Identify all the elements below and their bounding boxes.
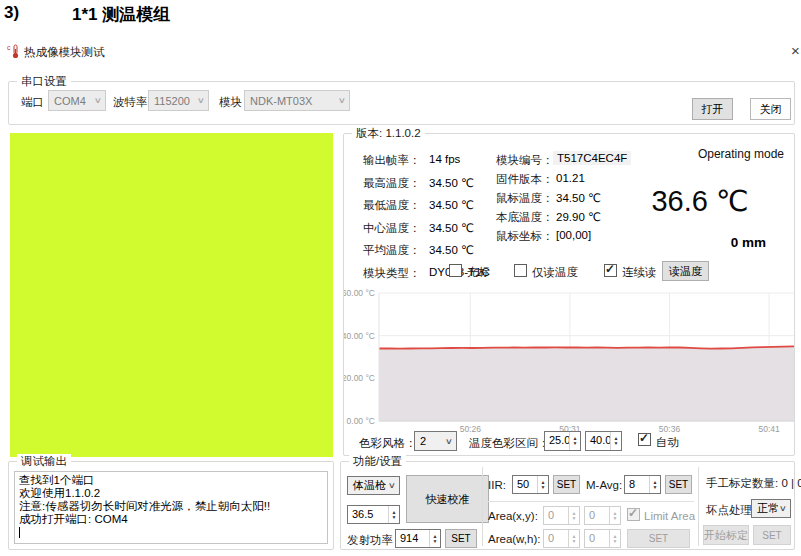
- debug-line: 查找到1个端口: [19, 474, 323, 487]
- calibration-set-button[interactable]: SET: [753, 525, 791, 545]
- area-h-stepper[interactable]: 0 ▲▼: [584, 529, 621, 548]
- color-style-label: 色彩风格：: [359, 436, 417, 451]
- fps-value: 14 fps: [429, 153, 460, 165]
- iir-stepper[interactable]: 50 ▲▼: [512, 475, 549, 494]
- calib-temp-stepper[interactable]: 36.5 ▲▼: [347, 505, 400, 524]
- mavg-set-button[interactable]: SET: [665, 475, 692, 494]
- cursor-checkbox-label: 光标: [467, 265, 490, 280]
- center-temp-label: 中心温度：: [363, 221, 421, 236]
- version-group-title: 版本: 1.1.0.2: [352, 126, 425, 141]
- mouse-temp-value: 34.50 ℃: [556, 191, 601, 205]
- iir-value: 50: [513, 476, 537, 493]
- serial-settings-group: 串口设置 端口 COM4 ∨ 波特率 115200 ∨ 模块 NDK-MT03X…: [8, 81, 795, 125]
- area-x-stepper[interactable]: 0 ▲▼: [543, 506, 580, 525]
- heading-text: 1*1 测温模组: [72, 3, 170, 26]
- open-port-button[interactable]: 打开: [692, 98, 733, 120]
- module-type-label: 模块类型：: [363, 266, 421, 281]
- bad-pixel-select-value: 正常: [757, 501, 779, 516]
- min-temp-label: 最低温度：: [363, 198, 421, 213]
- mode-select-value: 体温枪: [353, 478, 386, 493]
- spinner-arrows-icon: ▲▼: [568, 530, 579, 547]
- module-select[interactable]: NDK-MT03X ∨: [244, 90, 350, 111]
- bad-pixel-select[interactable]: 正常 ∨: [751, 499, 791, 518]
- continuous-read-checkbox[interactable]: [604, 264, 617, 277]
- spinner-arrows-icon[interactable]: ▲▼: [388, 506, 399, 523]
- svg-text:20.00 °C: 20.00 °C: [344, 373, 375, 383]
- port-select-value: COM4: [54, 95, 86, 107]
- app-window: 3) 1*1 测温模组 c 热成像模块测试 × 串口设置 端口 COM4 ∨ 波…: [0, 0, 801, 556]
- svg-text:50:41: 50:41: [758, 424, 780, 432]
- quick-calibrate-button[interactable]: 快速校准: [406, 475, 489, 523]
- debug-line: 注意:传感器切勿长时间对准光源，禁止朝向太阳!!: [19, 500, 323, 513]
- spinner-arrows-icon: ▲▼: [609, 530, 620, 547]
- module-label: 模块: [219, 95, 242, 110]
- svg-text:c: c: [7, 44, 11, 51]
- baud-select[interactable]: 115200 ∨: [148, 90, 209, 111]
- port-select[interactable]: COM4 ∨: [48, 90, 106, 111]
- auto-range-checkbox[interactable]: [638, 433, 651, 446]
- range-max-value: 40.0: [586, 432, 610, 450]
- emit-power-stepper[interactable]: 914 ▲▼: [395, 529, 441, 548]
- iir-set-button[interactable]: SET: [553, 475, 580, 494]
- serial-group-title: 串口设置: [17, 74, 71, 89]
- limit-area-checkbox[interactable]: [627, 508, 640, 521]
- range-min-stepper[interactable]: 25.0 ▲▼: [544, 431, 581, 451]
- spinner-arrows-icon[interactable]: ▲▼: [610, 432, 621, 450]
- read-only-checkbox[interactable]: [514, 264, 527, 277]
- chevron-down-icon: ∨: [779, 504, 787, 513]
- manual-calib-count-text: 手工标定数量: 0 | 0: [706, 476, 801, 491]
- cursor-checkbox[interactable]: [449, 264, 462, 277]
- center-temp-value: 34.50 ℃: [429, 221, 474, 235]
- range-max-stepper[interactable]: 40.0 ▲▼: [585, 431, 622, 451]
- svg-text:40.00 °C: 40.00 °C: [344, 331, 375, 341]
- emit-power-set-button[interactable]: SET: [445, 529, 477, 548]
- area-h-value: 0: [585, 530, 609, 547]
- mavg-stepper[interactable]: 8 ▲▼: [624, 475, 661, 494]
- svg-text:50:36: 50:36: [659, 424, 681, 432]
- start-calibration-button[interactable]: 开始标定: [703, 525, 749, 545]
- current-temp-readout: 36.6 ℃: [612, 184, 788, 218]
- baud-select-value: 115200: [154, 95, 190, 107]
- debug-group-title: 调试输出: [17, 454, 71, 469]
- thermal-image-view[interactable]: [10, 133, 333, 457]
- spinner-arrows-icon[interactable]: ▲▼: [429, 530, 440, 547]
- close-icon[interactable]: ×: [791, 42, 801, 59]
- mode-select[interactable]: 体温枪 ∨: [347, 476, 400, 495]
- auto-range-checkbox-label: 自动: [656, 435, 679, 450]
- fps-label: 输出帧率：: [363, 153, 421, 168]
- debug-line: 成功打开端口: COM4: [19, 513, 323, 526]
- range-min-value: 25.0: [545, 432, 569, 450]
- area-w-stepper[interactable]: 0 ▲▼: [543, 529, 580, 548]
- min-temp-value: 34.50 ℃: [429, 198, 474, 212]
- svg-text:0.00 °C: 0.00 °C: [347, 416, 375, 426]
- color-style-select[interactable]: 2 ∨: [414, 431, 457, 451]
- chevron-down-icon: ∨: [388, 481, 396, 490]
- spinner-arrows-icon[interactable]: ▲▼: [569, 432, 580, 450]
- spinner-arrows-icon[interactable]: ▲▼: [649, 476, 660, 493]
- spinner-arrows-icon[interactable]: ▲▼: [537, 476, 548, 493]
- module-id-label: 模块编号：: [496, 153, 554, 168]
- window-title: 热成像模块测试: [24, 45, 105, 60]
- debug-line: 欢迎使用1.1.0.2: [19, 487, 323, 500]
- area-wh-label: Area(w,h):: [488, 533, 540, 545]
- spinner-arrows-icon: ▲▼: [568, 507, 579, 524]
- firmware-value: 01.21: [556, 172, 585, 184]
- debug-output-textarea[interactable]: 查找到1个端口 欢迎使用1.1.0.2 注意:传感器切勿长时间对准光源，禁止朝向…: [14, 471, 328, 544]
- thermometer-icon: c: [7, 44, 21, 59]
- read-only-checkbox-label: 仅读温度: [532, 265, 578, 280]
- emit-power-value: 914: [396, 530, 429, 547]
- mouse-temp-label: 鼠标温度：: [496, 191, 554, 206]
- firmware-label: 固件版本：: [496, 172, 554, 187]
- area-y-stepper[interactable]: 0 ▲▼: [584, 506, 621, 525]
- avg-temp-label: 平均温度：: [363, 243, 421, 258]
- continuous-read-checkbox-label: 连续读: [622, 265, 657, 280]
- iir-label: IIR:: [488, 479, 506, 491]
- area-set-button[interactable]: SET: [627, 529, 690, 548]
- chevron-down-icon: ∨: [338, 96, 346, 105]
- close-port-button[interactable]: 关闭: [750, 98, 791, 120]
- heading-number: 3): [4, 3, 19, 23]
- read-temp-button[interactable]: 读温度: [662, 261, 709, 281]
- area-w-value: 0: [544, 530, 568, 547]
- chevron-down-icon: ∨: [197, 96, 205, 105]
- port-label: 端口: [21, 95, 44, 110]
